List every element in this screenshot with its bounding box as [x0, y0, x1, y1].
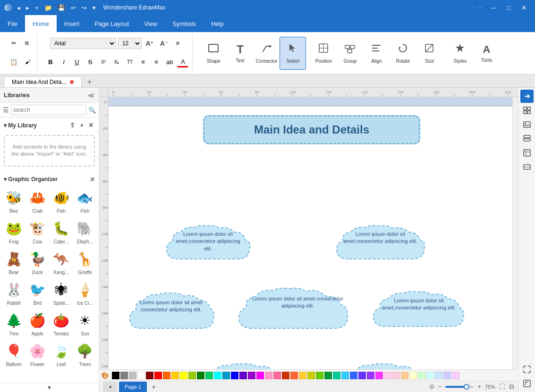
- my-library-export-btn[interactable]: ⇧: [68, 121, 76, 129]
- menu-page-layout[interactable]: Page Layout: [87, 15, 136, 32]
- size-tool-btn[interactable]: Size: [416, 37, 442, 70]
- symbol-item-frog[interactable]: 🐸Frog: [3, 217, 25, 246]
- graphic-organizer-close-btn[interactable]: ✕: [90, 176, 95, 183]
- menu-help[interactable]: Help: [204, 15, 231, 32]
- cloud-3[interactable]: Lorem ipsum dolor sit amet consectetur a…: [127, 291, 215, 339]
- right-panel-image-btn[interactable]: [520, 118, 534, 131]
- symbol-item-bear[interactable]: 🧸Bear: [3, 248, 25, 277]
- user-account[interactable]: 👤 ···: [466, 0, 486, 15]
- back-btn[interactable]: ◂: [15, 3, 22, 12]
- color-swatch-0[interactable]: [112, 372, 119, 379]
- align-tool-btn[interactable]: Align: [363, 37, 390, 70]
- menu-symbols[interactable]: Symbols: [165, 15, 204, 32]
- numbering-btn[interactable]: ≡: [151, 56, 162, 67]
- color-swatch-8[interactable]: [180, 372, 187, 379]
- page-1-tab[interactable]: Page-1: [119, 382, 147, 392]
- symbol-item-crab[interactable]: 🦀Crab: [26, 187, 48, 216]
- position-tool-btn[interactable]: Position: [310, 37, 337, 70]
- fit-width-btn[interactable]: ⊟: [509, 383, 514, 390]
- library-menu-btn[interactable]: ☰: [3, 106, 9, 114]
- symbol-item-balloon[interactable]: 🎈Balloon: [3, 340, 25, 369]
- color-swatch-15[interactable]: [239, 372, 247, 379]
- graphic-organizer-header[interactable]: ▾ Graphic Organizer ✕: [0, 174, 99, 185]
- color-swatch-28[interactable]: [350, 372, 357, 379]
- zoom-in-btn[interactable]: +: [477, 383, 481, 390]
- my-library-close-btn[interactable]: ✕: [87, 121, 95, 129]
- color-swatch-22[interactable]: [299, 372, 306, 379]
- right-panel-arrow-btn[interactable]: [520, 90, 534, 103]
- new-tab-btn[interactable]: +: [84, 76, 95, 87]
- color-swatch-14[interactable]: [231, 372, 238, 379]
- symbol-item-giraffe[interactable]: 🦒Giraffe: [74, 248, 96, 277]
- cloud-1[interactable]: Lorem ipsum dolor sit amet,consectetur a…: [164, 224, 252, 270]
- maximize-btn[interactable]: □: [501, 0, 516, 15]
- color-swatch-24[interactable]: [316, 372, 323, 379]
- color-swatch-26[interactable]: [333, 372, 340, 379]
- symbol-item-bird[interactable]: 🐦Bird: [26, 279, 48, 308]
- search-input[interactable]: [11, 105, 86, 115]
- color-swatch-29[interactable]: [358, 372, 366, 379]
- bullets-btn[interactable]: ≡: [137, 56, 149, 67]
- redo-btn[interactable]: ↪: [80, 3, 89, 12]
- right-panel-table-btn[interactable]: [520, 160, 534, 174]
- cloud-2[interactable]: Lorem ipsum dolor sit amet,consectetur a…: [334, 224, 426, 270]
- cloud-7[interactable]: Lorem ipsum dolor sit amet,consectetur a…: [339, 361, 429, 369]
- symbol-item-cow[interactable]: 🐮Cow: [26, 217, 48, 246]
- font-size-select[interactable]: 12: [118, 38, 142, 49]
- color-swatch-27[interactable]: [341, 372, 349, 379]
- font-family-select[interactable]: Arial: [50, 38, 116, 49]
- align-left-btn[interactable]: ab: [164, 56, 175, 67]
- color-swatch-19[interactable]: [273, 372, 281, 379]
- color-swatch-32[interactable]: [384, 372, 391, 379]
- color-swatch-38[interactable]: [435, 372, 442, 379]
- copy-btn[interactable]: ⧉: [21, 38, 33, 49]
- cloud-6[interactable]: Lorem ipsum dolor sit amet,consectetur a…: [198, 361, 288, 369]
- right-panel-data-btn[interactable]: [520, 146, 534, 159]
- color-swatch-23[interactable]: [307, 372, 315, 379]
- symbol-item-cater[interactable]: 🐛Cater...: [51, 217, 72, 246]
- paste-btn[interactable]: 📋: [8, 56, 20, 67]
- menu-file[interactable]: File: [0, 15, 25, 32]
- vertical-scrollbar[interactable]: [512, 97, 518, 369]
- connector-tool-btn[interactable]: Connector: [253, 37, 280, 70]
- color-swatch-20[interactable]: [282, 372, 289, 379]
- text-case-btn[interactable]: TT: [124, 56, 136, 67]
- undo-btn[interactable]: ↩: [69, 3, 78, 12]
- font-shrink-btn[interactable]: A⁻: [158, 38, 170, 49]
- symbol-item-apple[interactable]: 🍎Apple: [26, 309, 48, 338]
- add-page-btn[interactable]: +: [149, 382, 158, 392]
- select-tool-btn[interactable]: Select: [280, 37, 306, 70]
- symbol-item-tomato[interactable]: 🍅Tomato: [51, 309, 72, 338]
- color-swatch-16[interactable]: [248, 372, 255, 379]
- color-swatch-5[interactable]: [154, 372, 162, 379]
- group-tool-btn[interactable]: Group: [337, 37, 363, 70]
- font-grow-btn[interactable]: A⁺: [144, 38, 156, 49]
- color-swatch-34[interactable]: [401, 372, 408, 379]
- color-swatch-39[interactable]: [443, 372, 451, 379]
- symbol-item-trees[interactable]: 🌳Trees: [74, 340, 96, 369]
- color-swatch-17[interactable]: [256, 372, 264, 379]
- canvas-scroll[interactable]: Main Idea and Details Lorem ipsum dolor …: [109, 97, 512, 369]
- right-panel-expand-btn[interactable]: [520, 363, 534, 376]
- color-swatch-2[interactable]: [129, 372, 136, 379]
- symbol-item-spide[interactable]: 🕷Spide...: [51, 279, 72, 308]
- color-swatch-37[interactable]: [426, 372, 434, 379]
- color-swatch-13[interactable]: [222, 372, 230, 379]
- font-color-btn[interactable]: A: [177, 56, 188, 67]
- tools-tool-btn[interactable]: A Tools: [473, 37, 500, 70]
- search-icon[interactable]: 🔍: [88, 107, 96, 114]
- color-swatch-36[interactable]: [418, 372, 425, 379]
- subscript-btn[interactable]: X₂: [111, 56, 122, 67]
- color-swatch-35[interactable]: [409, 372, 417, 379]
- color-swatch-33[interactable]: [392, 372, 400, 379]
- superscript-btn[interactable]: X²: [98, 56, 109, 67]
- prev-page-btn[interactable]: ◂: [103, 382, 117, 392]
- menu-insert[interactable]: Insert: [57, 15, 87, 32]
- symbol-item-kang[interactable]: 🦘Kang...: [51, 248, 72, 277]
- color-swatch-3[interactable]: [137, 372, 145, 379]
- symbol-item-bee[interactable]: 🐝Bee: [3, 187, 25, 216]
- new-btn[interactable]: +: [33, 3, 41, 12]
- color-swatch-6[interactable]: [163, 372, 170, 379]
- color-swatch-40[interactable]: [452, 372, 459, 379]
- cloud-4[interactable]: Lorem ipsum dolor sit amet consectetur a…: [235, 285, 360, 341]
